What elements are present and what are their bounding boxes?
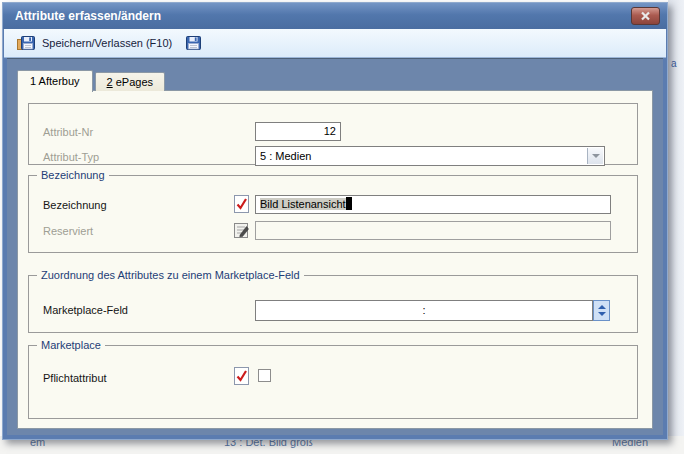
titlebar[interactable]: Attribute erfassen/ändern <box>3 3 667 29</box>
tab-epages-label: ePages <box>113 76 153 88</box>
tab-afterbuy-label: 1 Afterbuy <box>30 75 80 87</box>
spinner-down-icon <box>598 312 606 316</box>
reserviert-label: Reserviert <box>43 225 93 237</box>
spinner-up-icon <box>598 305 606 309</box>
save-exit-label: Speichern/Verlassen (F10) <box>42 37 172 49</box>
save-exit-icon <box>17 35 36 51</box>
save-button[interactable] <box>182 33 205 53</box>
marketplace-feld-label: Marketplace-Feld <box>43 304 128 316</box>
attribut-typ-dropdown-button[interactable] <box>587 148 603 164</box>
close-button[interactable] <box>631 7 660 25</box>
bezeichnung-label: Bezeichnung <box>43 199 107 211</box>
group-marketplace: Marketplace Pflichtattribut <box>28 345 638 419</box>
group-attribut: Attribut-Nr 12 Attribut-Typ 5 : Medien <box>28 103 638 165</box>
chevron-down-icon <box>592 154 600 158</box>
attribut-nr-value: 12 <box>324 125 336 137</box>
checked-document-icon <box>233 195 250 213</box>
attribut-nr-input[interactable]: 12 <box>255 122 341 141</box>
marketplace-feld-value: : <box>422 304 425 316</box>
bezeichnung-input[interactable]: Bild Listenansicht <box>255 195 611 214</box>
group-marketplace-caption: Marketplace <box>37 339 105 351</box>
attribut-typ-value: 5 : Medien <box>260 150 311 162</box>
reserviert-input <box>255 221 611 240</box>
group-bezeichnung-caption: Bezeichnung <box>37 169 109 181</box>
dialog-client-area: 1 Afterbuy 2 ePages Attribut-Nr 12 Attri… <box>7 58 663 435</box>
tab-epages[interactable]: 2 ePages <box>95 72 166 91</box>
close-icon <box>640 11 651 21</box>
window-title: Attribute erfassen/ändern <box>15 9 161 23</box>
checked-document-icon <box>233 367 250 385</box>
attribute-dialog: Attribute erfassen/ändern Speichern/Verl… <box>2 2 668 440</box>
group-zuordnung-caption: Zuordnung des Attributes zu einem Market… <box>37 269 304 281</box>
toolbar: Speichern/Verlassen (F10) <box>4 29 666 58</box>
text-caret <box>346 197 352 210</box>
pflichtattribut-label: Pflichtattribut <box>43 372 107 384</box>
save-exit-button[interactable]: Speichern/Verlassen (F10) <box>13 33 176 53</box>
group-zuordnung: Zuordnung des Attributes zu einem Market… <box>28 275 638 333</box>
marketplace-feld-input[interactable]: : <box>255 300 593 321</box>
attribut-nr-label: Attribut-Nr <box>43 126 93 138</box>
marketplace-feld-spinner[interactable] <box>593 300 610 321</box>
edit-document-icon <box>233 221 250 239</box>
tab-afterbuy[interactable]: 1 Afterbuy <box>17 70 93 92</box>
pflichtattribut-checkbox[interactable] <box>258 369 271 382</box>
tab-strip: 1 Afterbuy 2 ePages <box>17 69 167 91</box>
bezeichnung-value: Bild Listenansicht <box>260 198 346 210</box>
attribut-typ-select[interactable]: 5 : Medien <box>255 146 605 166</box>
save-icon <box>186 35 201 51</box>
tab-page-afterbuy: Attribut-Nr 12 Attribut-Typ 5 : Medien B… <box>17 90 653 429</box>
background-window-side-fragment: a <box>671 58 677 69</box>
attribut-typ-label: Attribut-Typ <box>43 151 99 163</box>
group-bezeichnung: Bezeichnung Bezeichnung Bild Listenansic… <box>28 175 638 253</box>
